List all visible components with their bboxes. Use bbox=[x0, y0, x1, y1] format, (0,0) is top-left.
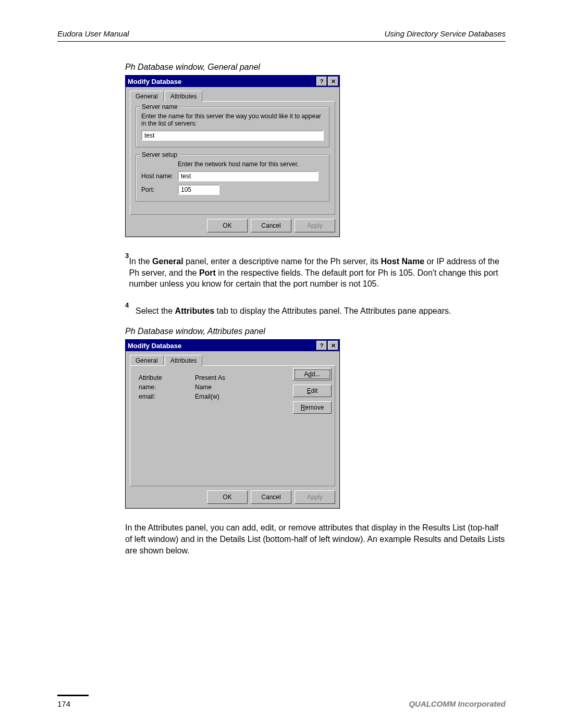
apply-button-2[interactable]: Apply bbox=[295, 490, 335, 504]
port-label: Port: bbox=[141, 186, 178, 193]
group-server-setup: Server setup Enter the network host name… bbox=[136, 155, 329, 202]
add-button[interactable]: Add... bbox=[293, 368, 332, 380]
group-server-name: Server name Enter the name for this serv… bbox=[136, 107, 329, 147]
tab-general-2[interactable]: General bbox=[130, 355, 164, 366]
server-name-hint: Enter the name for this server the way y… bbox=[141, 113, 324, 127]
figure-caption-general: Ph Database window, General panel bbox=[125, 63, 506, 72]
close-button[interactable]: ✕ bbox=[328, 77, 338, 86]
tabstrip-2: General Attributes bbox=[130, 354, 335, 366]
company-name: QUALCOMM Incorporated bbox=[409, 699, 506, 708]
group-server-setup-label: Server setup bbox=[140, 151, 179, 158]
page-header: Eudora User Manual Using Directory Servi… bbox=[57, 29, 506, 42]
host-name-input[interactable] bbox=[178, 171, 319, 181]
ok-button[interactable]: OK bbox=[207, 219, 248, 232]
remove-button[interactable]: Remove bbox=[293, 401, 332, 414]
cancel-button-2[interactable]: Cancel bbox=[251, 490, 291, 504]
group-server-name-label: Server name bbox=[140, 103, 179, 110]
titlebar-title: Modify Database bbox=[128, 78, 181, 85]
col-present-as: Present As bbox=[193, 373, 249, 382]
edit-button[interactable]: Edit bbox=[293, 385, 332, 397]
ok-button-2[interactable]: OK bbox=[207, 490, 248, 504]
tab-attributes-2[interactable]: Attributes bbox=[165, 355, 203, 366]
titlebar-2: Modify Database ? ✕ bbox=[126, 340, 339, 351]
server-setup-hint: Enter the network host name for this ser… bbox=[178, 161, 324, 168]
port-input[interactable] bbox=[178, 184, 219, 195]
page-number: 174 bbox=[57, 699, 70, 708]
step-4: 4 Select the Attributes tab to display t… bbox=[125, 300, 506, 327]
cancel-button[interactable]: Cancel bbox=[251, 219, 291, 232]
col-attribute: Attribute bbox=[137, 373, 193, 382]
apply-button[interactable]: Apply bbox=[295, 219, 335, 232]
help-button[interactable]: ? bbox=[316, 77, 327, 86]
page-footer: 174 QUALCOMM Incorporated bbox=[57, 695, 506, 708]
host-name-label: Host name: bbox=[141, 172, 178, 180]
figure-caption-attributes: Ph Database window, Attributes panel bbox=[125, 327, 506, 336]
titlebar-title-2: Modify Database bbox=[128, 342, 181, 350]
step-3: 3 In the General panel, enter a descript… bbox=[125, 251, 506, 300]
titlebar: Modify Database ? ✕ bbox=[126, 76, 339, 87]
attributes-explain-text: In the Attributes panel, you can add, ed… bbox=[125, 522, 506, 556]
tab-attributes[interactable]: Attributes bbox=[165, 91, 203, 102]
header-left: Eudora User Manual bbox=[57, 29, 129, 38]
step-4-number: 4 bbox=[125, 300, 136, 327]
header-right: Using Directory Service Databases bbox=[384, 29, 506, 38]
tab-general[interactable]: General bbox=[130, 91, 164, 102]
step-3-number: 3 bbox=[125, 251, 129, 300]
modify-database-dialog-attributes: Modify Database ? ✕ General Attributes A… bbox=[125, 339, 340, 509]
server-name-input[interactable] bbox=[141, 130, 324, 141]
help-button-2[interactable]: ? bbox=[316, 341, 327, 350]
close-button-2[interactable]: ✕ bbox=[328, 341, 338, 350]
modify-database-dialog-general: Modify Database ? ✕ General Attributes S… bbox=[125, 75, 340, 237]
tabstrip: General Attributes bbox=[130, 90, 335, 102]
